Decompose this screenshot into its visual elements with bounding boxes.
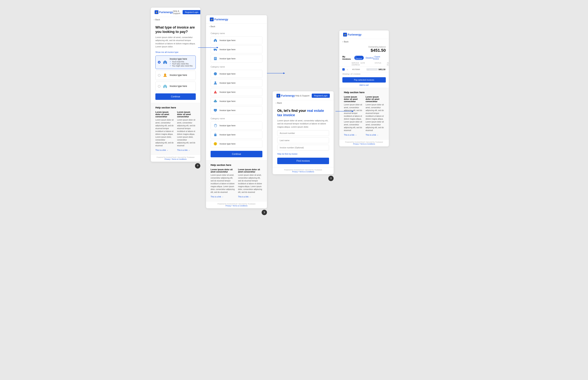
cat-opt-3-1[interactable]: Invoice type here (210, 122, 262, 130)
help-bubble-2[interactable]: ? (262, 210, 267, 215)
cat-icon-tv (213, 108, 218, 113)
help-col2-2-text: Lorem ipsum dolor sit amet, consectetur … (238, 174, 262, 194)
help-col2-2-link[interactable]: This is a link → (238, 196, 251, 198)
back-button[interactable]: ‹ Back (151, 17, 200, 22)
add-to-cart-link[interactable]: Add to cart (339, 84, 389, 86)
option-name-2: Invoice type here (170, 74, 193, 76)
svg-point-13 (214, 72, 217, 75)
category-name-1: Category name (210, 32, 262, 35)
help-col4-2-link[interactable]: This is a link → (366, 134, 378, 136)
invoice-table-header: Service address Date Status Amount due (339, 61, 389, 67)
option-bullets-1: You'll read this You'll also need this Y… (170, 61, 193, 67)
invoice-checkbox[interactable]: ✓ (342, 68, 345, 71)
help-col2-1-text: Lorem ipsum dolor sit amet, consectetur … (210, 174, 235, 194)
cat-opt-2-5[interactable]: Invoice type here (210, 106, 262, 114)
back-chevron-icon: ‹ (154, 19, 155, 21)
account-number-input[interactable] (277, 130, 329, 136)
cat-icon-alert: ! (213, 90, 218, 94)
cat-opt-3-3[interactable]: $ Invoice type here (210, 140, 262, 148)
help-col4-2-text: Lorem ipsum dolor sit amet, consectetur … (366, 103, 384, 132)
last-name-input[interactable] (277, 137, 329, 143)
pay-selected-invoices-button[interactable]: Pay selected invoices (342, 77, 386, 83)
invoice-option-1[interactable]: Invoice type here You'll read this You'l… (155, 56, 196, 69)
svg-rect-8 (214, 57, 217, 60)
register-login-button[interactable]: Register/Login (183, 10, 200, 14)
svg-point-6 (214, 50, 215, 51)
option-icon-3 (162, 84, 168, 89)
help-col2-1-link[interactable]: This is a link → (210, 196, 224, 198)
app-header-3: ⚡ Furienergy Help & Support Register/Log… (273, 91, 334, 100)
svg-point-17 (214, 100, 216, 102)
header-right-3: Help & Support Register/Login (295, 94, 330, 98)
back-button-3[interactable]: ‹ Back (273, 100, 334, 106)
help-columns-4: Lorem ipsum dolor sit amet consectetur L… (344, 96, 384, 136)
help-col4-2: Lorem ipsum dolor sit amet consectetur L… (366, 96, 384, 136)
cat-label-1-1: Invoice type here (220, 39, 235, 41)
help-col2-1: Lorem ipsum dolor sit amet consectetur L… (210, 168, 235, 198)
svg-point-3 (164, 74, 166, 76)
cat-icon-coin: $ (213, 141, 218, 146)
register-login-button-3[interactable]: Register/Login (312, 94, 330, 98)
help-col4-1-text: Lorem ipsum dolor sit amet, consectetur … (344, 103, 362, 132)
cat-label-3-2: Invoice type here (220, 133, 235, 136)
option-radio-1 (158, 61, 161, 63)
back-button-4[interactable]: ‹ Back (339, 39, 389, 44)
cat-opt-2-3[interactable]: ! Invoice type here (210, 88, 262, 96)
cat-opt-1-3[interactable]: Invoice type here (210, 55, 262, 63)
back-chevron-icon-2: ‹ (209, 25, 210, 28)
col-date: Date (361, 62, 374, 66)
help-bubble-3[interactable]: ? (328, 176, 334, 181)
help-bubble-1[interactable]: ? (195, 163, 200, 169)
cat-opt-2-4[interactable]: Invoice type here (210, 97, 262, 105)
svg-point-14 (215, 81, 216, 83)
svg-text:!: ! (215, 92, 216, 93)
svg-rect-11 (215, 58, 215, 59)
option-icon-1 (162, 59, 168, 65)
svg-rect-21 (214, 134, 216, 136)
outstanding-label: Outstanding balance (342, 46, 386, 48)
help-col2-link[interactable]: This is a link → (177, 149, 190, 151)
help-section-4: Help section here Lorem ipsum dolor sit … (339, 88, 389, 139)
continue-button-2[interactable]: Continue (210, 151, 262, 157)
help-col-2: Lorem ipsum dolor sit amet consectetur L… (177, 111, 196, 152)
invoice-option-2[interactable]: Invoice type here (155, 71, 196, 80)
cat-label-1-2: Invoice type here (220, 48, 235, 51)
help-support-link-3[interactable]: Help & Support (295, 95, 309, 97)
option-details-2: Invoice type here (170, 74, 193, 77)
help-col2-2-title: Lorem ipsum dolor sit amet consectetur (238, 168, 262, 173)
help-col2-2: Lorem ipsum dolor sit amet consectetur L… (238, 168, 262, 198)
logo-3: ⚡ Furienergy (276, 94, 295, 97)
cat-label-3-3: Invoice type here (220, 143, 235, 145)
cat-icon-truck (213, 47, 218, 52)
outstanding-balance-section: Outstanding balance $451.50 (339, 44, 389, 54)
export-invoice-button[interactable]: ↓ Export invoice (373, 56, 386, 60)
category-section-1: Category name Invoice type here Invoice (210, 32, 262, 63)
continue-button-1[interactable]: Continue (155, 93, 196, 100)
help-col1-link[interactable]: This is a link → (155, 149, 168, 151)
help-col4-1-link[interactable]: This is a link → (344, 134, 357, 136)
invoice-option-3[interactable]: Invoice type here (155, 82, 196, 91)
bullet-3: You might also need this (170, 65, 193, 67)
help-support-link[interactable]: Help & Support (173, 10, 180, 15)
show-all-link[interactable]: Show me all invoice type (155, 51, 178, 53)
my-invoices-section: My invoices 1 selected Deselect (342, 56, 373, 60)
help-col1-title: Lorem ipsum dolor sit amet consectetur (155, 111, 174, 118)
logo-text-2: Furienergy (214, 18, 228, 21)
cat-opt-3-2[interactable]: Invoice type here (210, 131, 262, 139)
back-button-2[interactable]: ‹ Back (206, 24, 267, 29)
find-invoices-button[interactable]: Find invoices (277, 158, 329, 164)
card-footer-3: Powered by InvoiceCloud • Secured by Tru… (273, 167, 334, 174)
cat-opt-1-2[interactable]: Invoice type here (210, 45, 262, 54)
svg-rect-12 (215, 58, 216, 59)
back-chevron-icon-4: ‹ (342, 40, 343, 43)
find-invoice-title: Ok, let's find your real estate tax invo… (277, 109, 329, 117)
cat-opt-2-2[interactable]: Invoice type here (210, 79, 262, 87)
cat-opt-1-1[interactable]: Invoice type here (210, 36, 262, 44)
deselect-link[interactable]: Deselect (366, 57, 373, 59)
invoice-number-input[interactable] (277, 145, 329, 151)
cat-label-2-4: Invoice type here (220, 100, 235, 102)
help-find-invoice-link[interactable]: Help me find my invoice (277, 153, 297, 155)
logo-icon-4: ⚡ (343, 33, 347, 37)
logo-text-4: Furienergy (348, 33, 361, 36)
cat-opt-2-1[interactable]: Invoice type here (210, 70, 262, 78)
